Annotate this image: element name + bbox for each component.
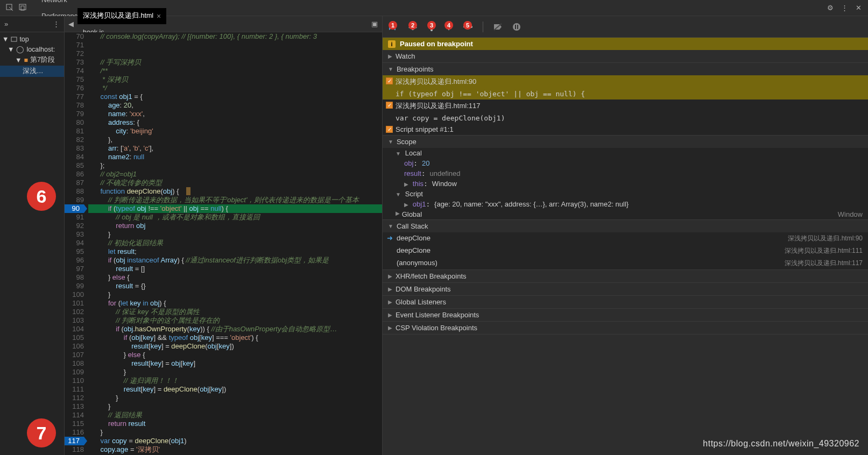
step-over-button[interactable]: 2 (407, 23, 418, 31)
bp-checkbox[interactable]: ✓ (386, 126, 393, 133)
scope-global[interactable]: ▶ GlobalWindow (383, 209, 868, 219)
info-icon: i (388, 40, 396, 48)
device-icon[interactable] (18, 3, 27, 12)
deactivate-bp-button[interactable] (493, 23, 503, 31)
svg-rect-1 (19, 4, 26, 10)
more-icon[interactable]: ⋮ (841, 4, 848, 12)
dom-section[interactable]: ▶DOM Breakpoints (383, 283, 868, 295)
close-devtools-icon[interactable]: ✕ (856, 4, 862, 12)
callstack-frame[interactable]: (anonymous)深浅拷贝以及递归.html:117 (383, 257, 868, 269)
close-tab-icon[interactable]: × (157, 12, 161, 20)
tree-top[interactable]: ▼ top (0, 34, 64, 44)
watermark: https://blog.csdn.net/weixin_49320962 (703, 439, 859, 449)
csp-section[interactable]: ▶CSP Violation Breakpoints (383, 322, 868, 334)
inspect-icons (5, 3, 27, 12)
svg-rect-12 (517, 25, 518, 29)
svg-rect-11 (515, 25, 516, 29)
debugger-panel: 1 2 3 4 5 i Paused on breakpoint ▶Watch … (382, 16, 868, 455)
devtools-tab-network[interactable]: Network (35, 0, 88, 8)
tree-file[interactable]: 深浅… (0, 66, 64, 77)
tree-folder[interactable]: ▼ ■ 第7阶段 (0, 54, 64, 66)
pause-exceptions-button[interactable] (512, 23, 521, 31)
xhr-section[interactable]: ▶XHR/fetch Breakpoints (383, 270, 868, 282)
callstack-section[interactable]: ▼Call Stack (383, 220, 868, 232)
inspect-icon[interactable] (5, 3, 14, 12)
file-tab[interactable]: 深浅拷贝以及递归.html× (77, 8, 166, 24)
step-button[interactable]: 5 (462, 23, 473, 31)
debugger-toolbar: 1 2 3 4 5 (383, 16, 868, 38)
navigator-more-icon[interactable]: » (4, 20, 8, 28)
paused-status-bar: i Paused on breakpoint (383, 38, 868, 50)
bp-checkbox[interactable]: ✓ (386, 77, 393, 84)
gl-section[interactable]: ▶Global Listeners (383, 296, 868, 308)
scope-section[interactable]: ▼Scope (383, 136, 868, 148)
file-navigator: » ⋮ ▼ top ▼ ◯ localhost: ▼ ■ 第7阶段 深浅… (0, 16, 65, 455)
breakpoint-item[interactable]: ✓深浅拷贝以及递归.html:90 (383, 75, 868, 88)
code-panel: ◀ 深浅拷贝以及递归.html×hook.js ▣ 70717273747576… (65, 16, 382, 455)
breakpoints-section[interactable]: ▼Breakpoints (383, 63, 868, 75)
file-tabs-overflow-icon[interactable]: ▣ (371, 20, 382, 28)
scope-local[interactable]: ▼ Local (383, 148, 868, 158)
step-into-button[interactable]: 3 (428, 23, 435, 31)
settings-icon[interactable]: ⚙ (827, 4, 834, 12)
file-tab-bar: ◀ 深浅拷贝以及递归.html×hook.js ▣ (65, 16, 382, 32)
code-editor[interactable]: // console.log(copyArray); // [{number: … (88, 32, 382, 455)
line-gutter[interactable]: 7071727374757677787980818283848586878889… (65, 32, 88, 455)
svg-point-10 (513, 23, 520, 31)
resume-button[interactable]: 1 (388, 23, 398, 31)
tree-host[interactable]: ▼ ◯ localhost: (0, 44, 64, 54)
scope-script[interactable]: ▼ Script (383, 189, 868, 199)
breakpoint-item[interactable]: ✓Script snippet #1:1 (383, 124, 868, 135)
callstack-frame[interactable]: deepClone深浅拷贝以及递归.html:111 (383, 245, 868, 257)
breakpoint-item[interactable]: ✓深浅拷贝以及递归.html:117 (383, 99, 868, 112)
navigator-menu-icon[interactable]: ⋮ (53, 20, 60, 28)
file-tabs-left-icon[interactable]: ◀ (65, 20, 77, 28)
annotation-6: 6 (27, 182, 56, 211)
step-out-button[interactable]: 4 (445, 23, 453, 31)
el-section[interactable]: ▶Event Listener Breakpoints (383, 309, 868, 321)
window-icon (11, 37, 17, 42)
watch-section[interactable]: ▶Watch (383, 50, 868, 62)
svg-rect-3 (11, 37, 17, 41)
annotation-7: 7 (27, 418, 56, 447)
bp-checkbox[interactable]: ✓ (386, 102, 393, 109)
callstack-frame[interactable]: deepClone深浅拷贝以及递归.html:90 (383, 232, 868, 245)
